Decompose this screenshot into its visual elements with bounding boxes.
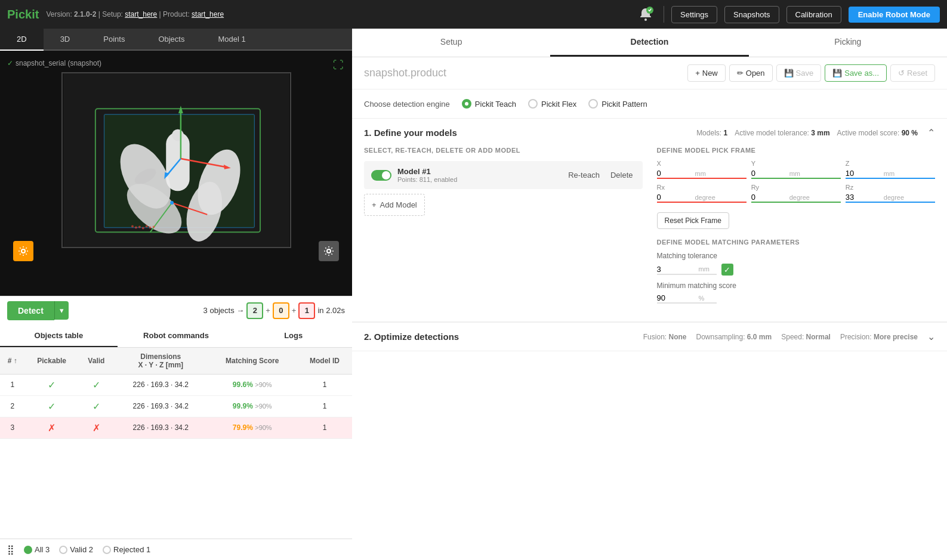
filter-rejected[interactable]: Rejected 1 bbox=[103, 545, 150, 554]
frame-input-rz[interactable] bbox=[846, 193, 881, 202]
tab-objects-table[interactable]: Objects table bbox=[0, 325, 118, 347]
filter-valid[interactable]: Valid 2 bbox=[59, 545, 93, 554]
reset-pick-frame-button[interactable]: Reset Pick Frame bbox=[657, 212, 729, 229]
settings-button[interactable]: Settings bbox=[671, 6, 717, 23]
setup-link[interactable]: start_here bbox=[125, 10, 157, 18]
row1-valid: ✓ bbox=[79, 374, 114, 395]
engine-flex[interactable]: Pickit Flex bbox=[528, 99, 576, 109]
robot-mode-button[interactable]: Enable Robot Mode bbox=[849, 7, 940, 23]
view-tab-model1[interactable]: Model 1 bbox=[201, 29, 262, 51]
downsampling-meta: Downsampling: 6.0 mm bbox=[696, 333, 772, 341]
open-button[interactable]: ✏ Open bbox=[729, 64, 773, 82]
tolerance-checkbox[interactable]: ✓ bbox=[721, 264, 733, 276]
svg-rect-9 bbox=[172, 129, 184, 141]
add-model-button[interactable]: + Add Model bbox=[364, 194, 425, 216]
frame-unit-x: mm bbox=[695, 170, 706, 177]
accordion-header-models[interactable]: 1. Define your models Models: 1 Active m… bbox=[352, 119, 947, 147]
tab-picking[interactable]: Picking bbox=[749, 29, 947, 57]
row2-score: 99.9% >90% bbox=[208, 395, 297, 417]
model-toggle-1[interactable] bbox=[371, 170, 391, 181]
filter-icon[interactable]: ⣿ bbox=[7, 544, 14, 555]
svg-point-23 bbox=[131, 225, 134, 228]
new-label: New bbox=[702, 69, 718, 78]
section-tabs: Objects table Robot commands Logs bbox=[0, 325, 352, 348]
detect-bar: Detect ▾ 3 objects → 2 + 0 + 1 in 2.02s bbox=[0, 296, 352, 325]
engine-pattern[interactable]: Pickit Pattern bbox=[588, 99, 647, 109]
frame-input-x[interactable] bbox=[657, 169, 693, 178]
reset-icon: ↺ bbox=[898, 69, 905, 78]
model-list: SELECT, RE-TEACH, DELETE OR ADD MODEL Mo… bbox=[364, 147, 643, 310]
engine-pattern-radio bbox=[588, 99, 598, 109]
filter-all[interactable]: All 3 bbox=[24, 545, 50, 554]
camera-settings-icon[interactable] bbox=[319, 241, 339, 261]
product-bar: snapshot.product + New ✏ Open 💾 Save bbox=[352, 57, 947, 89]
frame-field-ry: Ry degree bbox=[751, 184, 841, 203]
row1-model: 1 bbox=[297, 374, 352, 395]
engine-teach-label: Pickit Teach bbox=[475, 100, 516, 109]
plus-icon: + bbox=[695, 69, 700, 78]
svg-point-0 bbox=[644, 18, 647, 21]
engine-teach[interactable]: Pickit Teach bbox=[462, 99, 516, 109]
frame-unit-rx: degree bbox=[695, 194, 715, 201]
save-as-button[interactable]: 💾 Save as... bbox=[825, 64, 887, 82]
detect-button[interactable]: Detect bbox=[7, 301, 54, 320]
frame-label-ry: Ry bbox=[751, 184, 841, 191]
score-row: % bbox=[657, 293, 936, 304]
row2-model: 1 bbox=[297, 395, 352, 417]
optimize-header[interactable]: 2. Optimize detections Fusion: None Down… bbox=[352, 322, 947, 351]
chevron-up-icon: ⌃ bbox=[927, 127, 935, 138]
frame-label-y: Y bbox=[751, 160, 841, 167]
score-label: Minimum matching score bbox=[657, 281, 936, 290]
header-version: Version: 2.1.0-2 | Setup: start_here | P… bbox=[46, 10, 628, 18]
snapshot-check-icon: ✓ bbox=[7, 59, 13, 67]
row2-pickable: ✓ bbox=[25, 395, 79, 417]
calibration-button[interactable]: Calibration bbox=[786, 6, 841, 23]
view-tab-points[interactable]: Points bbox=[87, 29, 141, 51]
camera-view: ✓ snapshot_serial (snapshot) ⛶ bbox=[0, 51, 352, 296]
save-icon: 💾 bbox=[784, 69, 794, 78]
bell-icon-wrap bbox=[635, 4, 656, 25]
tab-robot-commands[interactable]: Robot commands bbox=[118, 325, 235, 347]
tab-setup[interactable]: Setup bbox=[352, 29, 550, 57]
view-tab-2d[interactable]: 2D bbox=[0, 29, 44, 51]
optimize-meta: Fusion: None Downsampling: 6.0 mm Speed:… bbox=[643, 333, 918, 341]
tab-detection[interactable]: Detection bbox=[550, 29, 748, 57]
frame-input-x-wrap: mm bbox=[657, 169, 747, 179]
accordion-title-models: 1. Define your models bbox=[364, 128, 457, 138]
frame-input-z[interactable] bbox=[846, 169, 881, 178]
view-tab-3d[interactable]: 3D bbox=[44, 29, 87, 51]
result-time: in 2.02s bbox=[317, 306, 345, 315]
toolbar: + New ✏ Open 💾 Save 💾 Save as... bbox=[687, 64, 935, 82]
frame-input-rx[interactable] bbox=[657, 193, 693, 202]
reteach-button[interactable]: Re-teach bbox=[566, 169, 602, 181]
score-input[interactable] bbox=[657, 293, 699, 302]
delete-button[interactable]: Delete bbox=[608, 169, 636, 181]
tolerance-input[interactable] bbox=[657, 265, 699, 274]
save-button[interactable]: 💾 Save bbox=[776, 64, 822, 82]
frame-unit-z: mm bbox=[884, 170, 894, 177]
bell-icon bbox=[637, 6, 654, 23]
logo-it: it bbox=[32, 8, 39, 21]
product-subtitle: .product bbox=[408, 67, 446, 79]
frame-input-ry[interactable] bbox=[751, 193, 787, 202]
snapshots-button[interactable]: Snapshots bbox=[724, 6, 779, 23]
row3-model: 1 bbox=[297, 417, 352, 438]
product-link[interactable]: start_here bbox=[192, 10, 224, 18]
row2-dimensions: 226 · 169.3 · 34.2 bbox=[114, 395, 207, 417]
detect-dropdown[interactable]: ▾ bbox=[54, 301, 69, 320]
row1-dimensions: 226 · 169.3 · 34.2 bbox=[114, 374, 207, 395]
frame-input-y[interactable] bbox=[751, 169, 787, 178]
row1-pickable: ✓ bbox=[25, 374, 79, 395]
new-button[interactable]: + New bbox=[687, 64, 726, 82]
reset-button[interactable]: ↺ Reset bbox=[890, 64, 935, 82]
view-tab-objects[interactable]: Objects bbox=[141, 29, 201, 51]
orange-settings-icon[interactable] bbox=[13, 241, 33, 261]
frame-label-rx: Rx bbox=[657, 184, 747, 191]
tab-logs[interactable]: Logs bbox=[235, 325, 352, 347]
filter-all-radio bbox=[24, 546, 32, 554]
row3-dimensions: 226 · 169.3 · 34.2 bbox=[114, 417, 207, 438]
accordion-meta-models: Models: 1 Active model tolerance: 3 mm A… bbox=[696, 129, 918, 137]
expand-icon[interactable]: ⛶ bbox=[333, 59, 344, 72]
row3-pickable: ✗ bbox=[25, 417, 79, 438]
svg-point-28 bbox=[149, 226, 151, 228]
